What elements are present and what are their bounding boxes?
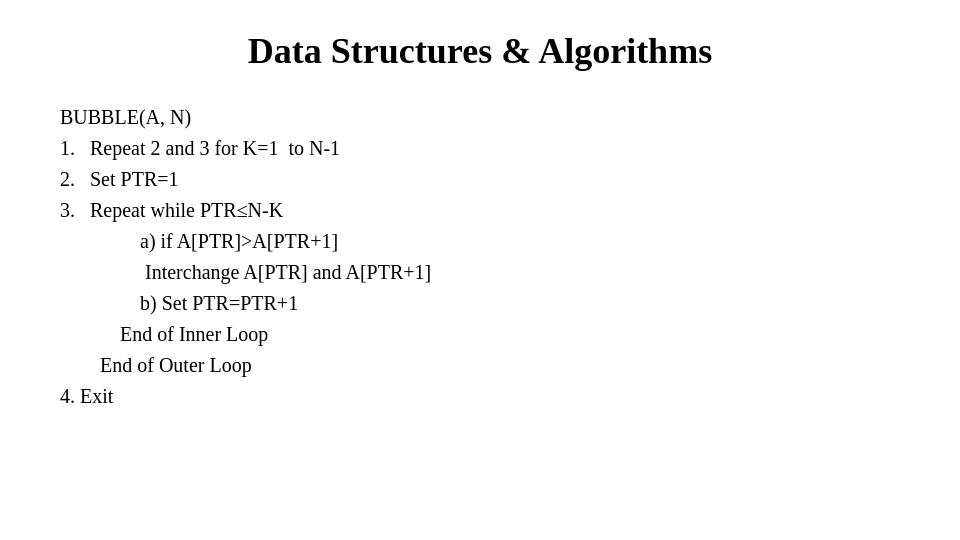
line-6: b) Set PTR=PTR+1 <box>60 288 900 319</box>
page: Data Structures & Algorithms BUBBLE(A, N… <box>0 0 960 540</box>
exit-line: 4. Exit <box>60 381 900 412</box>
line-3: 3. Repeat while PTR≤N-K <box>60 195 900 226</box>
content-area: BUBBLE(A, N) 1. Repeat 2 and 3 for K=1 t… <box>60 102 900 412</box>
line-1: 1. Repeat 2 and 3 for K=1 to N-1 <box>60 133 900 164</box>
page-title: Data Structures & Algorithms <box>60 30 900 72</box>
header-line: BUBBLE(A, N) <box>60 102 900 133</box>
line-5: Interchange A[PTR] and A[PTR+1] <box>60 257 900 288</box>
line-2: 2. Set PTR=1 <box>60 164 900 195</box>
end-inner-loop: End of Inner Loop <box>60 319 900 350</box>
end-outer-loop: End of Outer Loop <box>60 350 900 381</box>
line-4: a) if A[PTR]>A[PTR+1] <box>60 226 900 257</box>
